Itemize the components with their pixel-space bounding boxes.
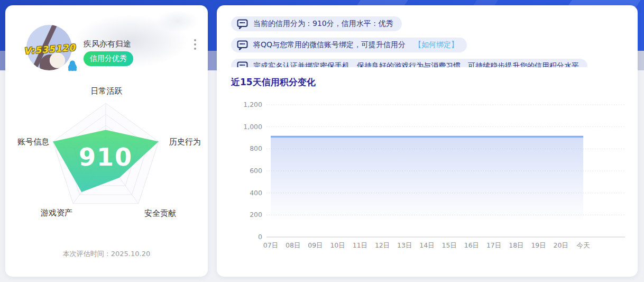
svg-text:13日: 13日	[397, 241, 412, 249]
message-list: 当前的信用分为：910分，信用水平：优秀 将QQ与您常用的微信账号绑定，可提升信…	[231, 16, 627, 67]
message-text: 当前的信用分为：910分，信用水平：优秀	[253, 19, 393, 29]
svg-text:11日: 11日	[353, 241, 367, 249]
how-to-bind-link[interactable]: 【如何绑定】	[414, 40, 458, 50]
chat-bubble-icon	[237, 40, 248, 50]
message-row: 当前的信用分为：910分，信用水平：优秀	[231, 16, 402, 31]
svg-text:17日: 17日	[486, 241, 501, 249]
svg-text:910: 910	[79, 143, 133, 171]
qq-penguin-icon	[67, 60, 78, 72]
svg-text:16日: 16日	[464, 241, 479, 249]
avatar-level-overlay: V:535120	[23, 42, 76, 57]
svg-text:18日: 18日	[509, 241, 523, 249]
svg-text:1,000: 1,000	[243, 123, 262, 131]
credit-detail-card: 当前的信用分为：910分，信用水平：优秀 将QQ与您常用的微信账号绑定，可提升信…	[217, 5, 638, 277]
message-row: 完成实名认证并绑定密保手机，保持良好的游戏行为与消费习惯，可持续稳步提升您的信用…	[231, 59, 587, 67]
credit-badge: 信用分优秀	[84, 51, 133, 66]
svg-text:200: 200	[250, 211, 262, 219]
svg-text:600: 600	[250, 167, 262, 175]
radar-axis-label: 安全贡献	[144, 208, 176, 219]
profile-name: 疾风亦有归途	[84, 39, 131, 49]
evaluation-time: 本次评估时间：2025.10.20	[5, 249, 208, 259]
radar-chart: 910	[5, 79, 208, 243]
radar-axis-label: 账号信息	[17, 137, 49, 147]
radar-axis-label: 游戏资产	[41, 208, 72, 218]
svg-text:14日: 14日	[419, 241, 434, 249]
svg-text:1,200: 1,200	[243, 101, 262, 108]
svg-text:07日: 07日	[263, 241, 278, 249]
chat-bubble-icon	[237, 19, 248, 29]
radar-axis-label: 日常活跃	[5, 86, 208, 96]
message-text: 完成实名认证并绑定密保手机，保持良好的游戏行为与消费习惯，可持续稳步提升您的信用…	[253, 61, 579, 67]
svg-text:0: 0	[258, 233, 262, 241]
svg-text:19日: 19日	[531, 241, 546, 249]
svg-text:20日: 20日	[554, 241, 568, 249]
svg-text:15日: 15日	[441, 241, 456, 249]
svg-text:09日: 09日	[308, 241, 323, 249]
svg-text:12日: 12日	[375, 241, 390, 249]
profile-card: V:535120 疾风亦有归途 信用分优秀 910 日常活跃 历史行为 安全贡献…	[5, 5, 208, 277]
message-text: 将QQ与您常用的微信账号绑定，可提升信用分	[253, 40, 406, 50]
radar-axis-label: 历史行为	[169, 137, 201, 147]
avatar[interactable]: V:535120	[26, 25, 72, 70]
svg-text:08日: 08日	[286, 241, 300, 249]
svg-text:今天: 今天	[577, 241, 591, 249]
line-chart-title: 近15天信用积分变化	[231, 76, 316, 88]
svg-text:800: 800	[250, 144, 262, 152]
message-row: 将QQ与您常用的微信账号绑定，可提升信用分 【如何绑定】	[231, 38, 467, 52]
more-menu-icon[interactable]	[192, 37, 198, 52]
credit-line-chart: 02004006008001,0001,20007日08日09日10日11日12…	[227, 95, 634, 257]
svg-text:400: 400	[250, 189, 262, 197]
chat-bubble-icon	[237, 61, 248, 68]
svg-text:10日: 10日	[330, 241, 345, 249]
